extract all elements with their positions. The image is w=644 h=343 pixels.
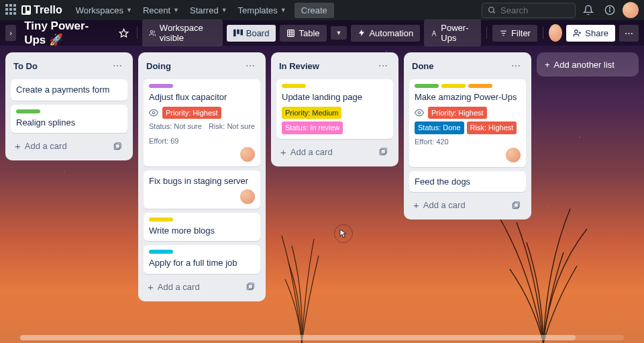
add-card-button[interactable]: + Add a card <box>409 196 526 214</box>
filter-button[interactable]: Filter <box>492 25 537 42</box>
card[interactable]: Update landing pagePriority: MediumStatu… <box>276 79 393 139</box>
card-label[interactable] <box>149 250 173 254</box>
list-title[interactable]: Doing <box>146 61 243 71</box>
powerups-button[interactable]: Power-Ups <box>424 19 481 46</box>
svg-rect-8 <box>237 30 239 34</box>
share-label: Share <box>585 28 608 38</box>
card-label[interactable] <box>468 84 492 88</box>
filter-label: Filter <box>511 28 531 38</box>
card-badge: Status: In review <box>282 121 343 134</box>
svg-point-18 <box>575 30 578 32</box>
workspace-visibility-label: Workspace visible <box>160 23 216 43</box>
card-meta: Effort: 69 <box>149 137 178 145</box>
add-card-label: Add a card <box>423 200 466 210</box>
user-avatar[interactable] <box>623 2 639 18</box>
template-icon[interactable] <box>511 201 522 210</box>
card[interactable]: Make amazing Power-UpsPriority: HighestS… <box>409 79 526 167</box>
card-label[interactable] <box>149 84 173 88</box>
nav-recent[interactable]: Recent ▼ <box>138 3 184 18</box>
card[interactable]: Fix bugs in staging server <box>144 170 260 209</box>
template-icon[interactable] <box>113 142 123 151</box>
board-member-avatar[interactable] <box>549 24 563 42</box>
list-menu-button[interactable]: ⋯ <box>110 59 125 72</box>
nav-templates[interactable]: Templates ▼ <box>233 3 292 18</box>
table-view-button[interactable]: Table <box>280 25 326 42</box>
plus-icon: + <box>15 140 21 152</box>
card-badge: Risk: Highest <box>467 121 517 134</box>
template-icon[interactable] <box>246 282 256 291</box>
nav-workspaces[interactable]: Workspaces ▼ <box>70 3 138 18</box>
card-member-avatar[interactable] <box>506 148 521 162</box>
card-badge: Priority: Highest <box>162 107 221 119</box>
card[interactable]: Realign splines <box>11 105 127 134</box>
card-meta: Effort: 420 <box>415 138 449 146</box>
card-label[interactable] <box>415 84 439 88</box>
chevron-down-icon: ▼ <box>280 7 286 13</box>
views-dropdown-button[interactable]: ▼ <box>331 26 347 40</box>
card-title: Adjust flux capacitor <box>149 91 255 103</box>
card[interactable]: Apply for a full time job <box>144 245 260 274</box>
list-menu-button[interactable]: ⋯ <box>508 59 523 72</box>
card-label[interactable] <box>441 84 466 88</box>
add-card-button[interactable]: + Add a card <box>11 137 127 155</box>
list-menu-button[interactable]: ⋯ <box>376 59 390 72</box>
info-button[interactable] <box>601 1 619 19</box>
card-title: Update landing page <box>282 91 388 103</box>
add-list-label: Add another list <box>554 60 614 70</box>
card-label[interactable] <box>149 217 173 222</box>
card[interactable]: Write more blogs <box>144 213 260 242</box>
add-card-label: Add a card <box>290 147 333 157</box>
list-menu-button[interactable]: ⋯ <box>243 59 258 72</box>
logo-text: Trello <box>34 4 62 16</box>
nav-starred[interactable]: Starred ▼ <box>184 3 233 18</box>
star-board-button[interactable] <box>116 23 131 42</box>
add-card-label: Add a card <box>25 141 67 151</box>
svg-marker-5 <box>119 29 128 37</box>
list: Done ⋯Make amazing Power-UpsPriority: Hi… <box>404 52 531 219</box>
card-title: Write more blogs <box>149 225 255 237</box>
notifications-button[interactable] <box>580 1 597 19</box>
card-badge: Status: Done <box>415 121 464 134</box>
automation-button[interactable]: Automation <box>351 25 420 42</box>
card-meta: Risk: Not sure <box>209 122 255 130</box>
add-card-button[interactable]: + Add a card <box>276 143 393 161</box>
card-member-avatar[interactable] <box>240 189 255 204</box>
add-card-button[interactable]: + Add a card <box>144 278 260 296</box>
card-title: Apply for a full time job <box>149 257 255 269</box>
nav-recent-label: Recent <box>143 5 170 15</box>
create-button[interactable]: Create <box>294 3 334 18</box>
list-title[interactable]: To Do <box>13 61 110 71</box>
table-view-label: Table <box>299 28 319 38</box>
watching-icon <box>149 108 158 117</box>
card[interactable]: Create a payments form <box>11 79 127 101</box>
board-view-button[interactable]: Board <box>227 25 276 42</box>
card[interactable]: Adjust flux capacitorPriority: HighestSt… <box>144 79 260 166</box>
list-title[interactable]: In Review <box>279 61 376 71</box>
add-list-button[interactable]: + Add another list <box>537 52 639 77</box>
plus-icon: + <box>148 281 154 293</box>
search-input-container[interactable] <box>482 3 576 18</box>
plus-icon: + <box>413 199 419 211</box>
horizontal-scrollbar[interactable] <box>20 335 624 340</box>
apps-switcher-icon[interactable] <box>5 4 17 16</box>
card-badge: Priority: Highest <box>428 107 487 119</box>
card-label[interactable] <box>282 84 306 88</box>
watching-icon <box>415 108 424 117</box>
template-icon[interactable] <box>378 147 389 156</box>
search-input[interactable] <box>500 5 570 15</box>
card[interactable]: Feed the dogs <box>409 171 526 193</box>
board-title[interactable]: Tiny Power-Ups 🚀 <box>20 19 112 47</box>
workspace-visibility-button[interactable]: Workspace visible <box>142 19 222 46</box>
powerups-label: Power-Ups <box>441 23 474 43</box>
automation-label: Automation <box>369 28 413 38</box>
trello-logo[interactable]: Trello <box>21 4 62 16</box>
list-title[interactable]: Done <box>412 61 508 71</box>
trello-logo-icon <box>21 5 31 15</box>
card-title: Feed the dogs <box>415 176 521 188</box>
share-button[interactable]: Share <box>566 25 615 42</box>
list: To Do ⋯Create a payments formRealign spl… <box>5 52 133 160</box>
card-label[interactable] <box>16 109 40 113</box>
board-menu-button[interactable]: ⋯ <box>619 25 639 42</box>
card-member-avatar[interactable] <box>240 147 255 162</box>
expand-sidebar-button[interactable]: › <box>5 25 16 41</box>
